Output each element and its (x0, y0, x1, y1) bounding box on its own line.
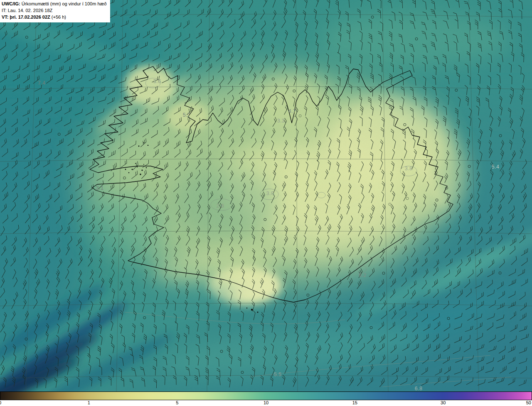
colorbar-tick: 15 (352, 400, 357, 405)
colorbar-tick: 1 (88, 400, 90, 405)
colorbar-tick: 50 (526, 400, 531, 405)
valid-time: VT: þri. 17.02.2026 02Z (2, 15, 50, 20)
product-code: UWC/IG: (2, 1, 20, 6)
product-title: Úrkomumætti (mm) og vindur í 100m hæð (20, 1, 107, 6)
weather-forecast-map: 7.43.65.74.73.33.85.43.12.63.06.25.56.8 … (0, 0, 532, 406)
legend-title-line: UWC/IG: Úrkomumætti (mm) og vindur í 100… (2, 1, 106, 7)
colorbar-tick: 10 (264, 400, 268, 405)
colorbar: 01510153050 (0, 391, 532, 406)
colorbar-tick: 0 (0, 400, 1, 405)
colorbar-gradient (0, 391, 532, 400)
legend-box: UWC/IG: Úrkomumætti (mm) og vindur í 100… (0, 0, 110, 22)
valid-time-line: VT: þri. 17.02.2026 02Z (+56 h) (2, 14, 106, 21)
precipitation-field (0, 0, 532, 391)
init-time-line: IT: Lau. 14. 02. 2026 18Z (2, 7, 106, 14)
colorbar-tick-labels: 01510153050 (0, 400, 532, 406)
map-canvas (0, 0, 532, 391)
colorbar-tick: 30 (441, 400, 446, 405)
lead-time: (+56 h) (50, 15, 66, 20)
colorbar-tick: 5 (176, 400, 178, 405)
